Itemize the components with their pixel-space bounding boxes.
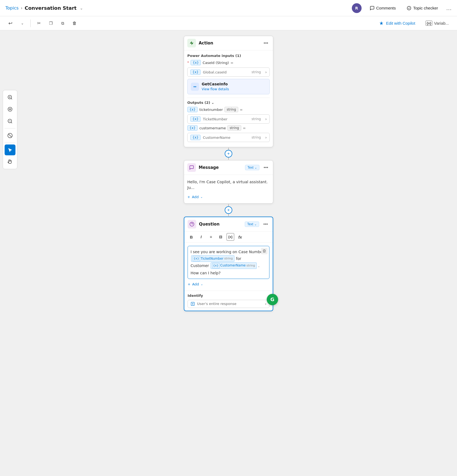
block-button[interactable] [5, 130, 15, 141]
customername-value-row[interactable]: {x} CustomerName string › [187, 133, 270, 142]
undo-button[interactable]: ↩ [5, 18, 15, 28]
ticketnumber-val-text: TicketNumber [203, 117, 249, 121]
grammarly-button[interactable]: G [267, 294, 278, 305]
zoom-out-button[interactable] [5, 116, 15, 127]
variables-icon: {x} [426, 21, 432, 26]
variable-button[interactable]: {x} [227, 233, 234, 241]
select-button[interactable] [5, 144, 15, 155]
get-case-info-icon [191, 83, 199, 91]
zoom-in-icon [7, 95, 13, 100]
question-text-start: I see you are working on Case Number: [191, 250, 265, 254]
question-add-row[interactable]: + Add ⌄ [188, 281, 269, 287]
var-chip-x: {x} [191, 60, 201, 65]
outputs-label[interactable]: Outputs (2) ⌄ [187, 101, 270, 105]
connector-1: + [225, 147, 232, 160]
ticketnumber-chip: {x} [187, 107, 198, 112]
ticketnumber-type: string [224, 107, 238, 112]
flow-icon [193, 85, 197, 89]
action-node-icon [187, 39, 196, 47]
message-badge-label: Text [247, 166, 253, 169]
top-bar-actions: R Comments Topic checker … [352, 3, 452, 13]
delete-button[interactable]: 🗑 [70, 18, 79, 28]
message-add-row[interactable]: + Add ⌄ [187, 194, 270, 200]
question-add-chevron-icon: ⌄ [201, 282, 203, 286]
add-node-button-1[interactable]: + [225, 150, 232, 157]
action-node-body: Power Automate inputs (1) * {x} CaseId (… [184, 50, 273, 147]
edit-copilot-label: Edit with Copilot [386, 21, 415, 25]
svg-line-5 [8, 134, 12, 137]
ticketnumber-val-chip: {x} [190, 116, 201, 122]
bold-button[interactable]: B [188, 233, 195, 241]
chevron-right-icon: › [265, 70, 267, 74]
edit-copilot-button[interactable]: Edit with Copilot [376, 19, 419, 27]
outputs-section: Outputs (2) ⌄ {x} ticketnumber string = … [187, 98, 270, 142]
ticketnumber-value-row[interactable]: {x} TicketNumber string › [187, 114, 270, 124]
message-add-icon: + [187, 195, 190, 199]
paste-button[interactable]: ⧉ [58, 18, 67, 28]
message-node-menu-button[interactable]: ••• [262, 164, 270, 171]
message-node: Message Text ⌄ ••• Hello, I'm Case Copil… [184, 160, 273, 204]
user-response-row[interactable]: User's entire response › [188, 300, 269, 308]
center-icon [7, 107, 13, 112]
comments-icon [370, 6, 375, 11]
message-icon [189, 165, 194, 170]
customername-val-text: CustomerName [203, 136, 249, 140]
variables-button[interactable]: {x} Variab... [423, 19, 452, 27]
breadcrumb-separator: › [21, 5, 22, 11]
block-icon [7, 133, 13, 138]
left-tool-separator-1 [5, 128, 15, 128]
avatar: R [352, 3, 362, 13]
breadcrumb-title: Conversation Start [25, 5, 77, 11]
ticketnumber-inline-text: TicketNumber [201, 256, 224, 261]
customername-val-type: string [252, 136, 261, 139]
question-node-body: I see you are working on Case Number: {x… [184, 243, 273, 291]
cut-button[interactable]: ✂ [34, 18, 44, 28]
hand-button[interactable] [5, 156, 15, 167]
dropdown-button[interactable]: ⌄ [17, 18, 27, 28]
ordered-list-button[interactable]: ⊟ [217, 233, 224, 241]
eq-3: = [243, 126, 246, 130]
question-text-area[interactable]: I see you are working on Case Number: {x… [188, 246, 269, 279]
question-node: Question Text ⌄ ••• B I ≡ ⊟ {x} fx [184, 217, 273, 311]
how-can-i-help-text: How can I help? [191, 271, 221, 275]
action-node-menu-button[interactable]: ••• [262, 39, 270, 47]
user-response-text: User's entire response [197, 302, 263, 306]
connector-2: + [225, 204, 232, 217]
more-options-icon[interactable]: … [446, 5, 452, 11]
toolbar-separator-1 [30, 20, 31, 27]
cursor-icon [7, 147, 13, 153]
global-caseid-row[interactable]: {x} Global.caseId string › [187, 67, 270, 77]
delete-text-button[interactable] [261, 248, 268, 254]
customername-label: customername [199, 126, 226, 130]
add-node-button-2[interactable]: + [225, 206, 232, 214]
center-view-button[interactable] [5, 104, 15, 115]
customername-inline-type: string [246, 263, 255, 268]
get-case-info-card: GetCaseInfo View flow details [187, 79, 270, 94]
question-node-badge[interactable]: Text ⌄ [245, 221, 259, 227]
copy-button[interactable]: ❐ [46, 18, 56, 28]
bullet-list-button[interactable]: ≡ [207, 233, 215, 241]
italic-button[interactable]: I [197, 233, 205, 241]
question-text-line2: How can I help? [191, 270, 266, 276]
zoom-in-button[interactable] [5, 92, 15, 103]
topic-checker-button[interactable]: Topic checker [404, 4, 441, 12]
chevron-down-icon[interactable]: ⌄ [80, 6, 83, 10]
ticketnumber-inline-type: string [224, 256, 233, 261]
question-add-label: Add [192, 282, 199, 286]
view-flow-details-link[interactable]: View flow details [202, 87, 229, 91]
breadcrumb-topics[interactable]: Topics [5, 5, 19, 11]
message-node-badge[interactable]: Text ⌄ [245, 165, 259, 170]
comments-button[interactable]: Comments [367, 4, 399, 12]
case-id-label: CaseId (String) [202, 61, 229, 65]
question-node-menu-button[interactable]: ••• [262, 220, 269, 228]
canvas: Action ••• Power Automate inputs (1) * {… [0, 30, 457, 476]
message-badge-chevron-icon: ⌄ [255, 166, 257, 169]
customer-text: Customer [191, 263, 209, 269]
breadcrumb: Topics › Conversation Start ⌄ [5, 5, 83, 11]
formula-button[interactable]: fx [236, 233, 244, 241]
chevron-right-icon-2: › [265, 117, 267, 121]
customername-val-chip: {x} [190, 135, 201, 140]
question-node-header: Question Text ⌄ ••• [184, 217, 273, 231]
user-response-chevron-icon: › [265, 302, 266, 306]
svg-point-7 [195, 86, 196, 87]
